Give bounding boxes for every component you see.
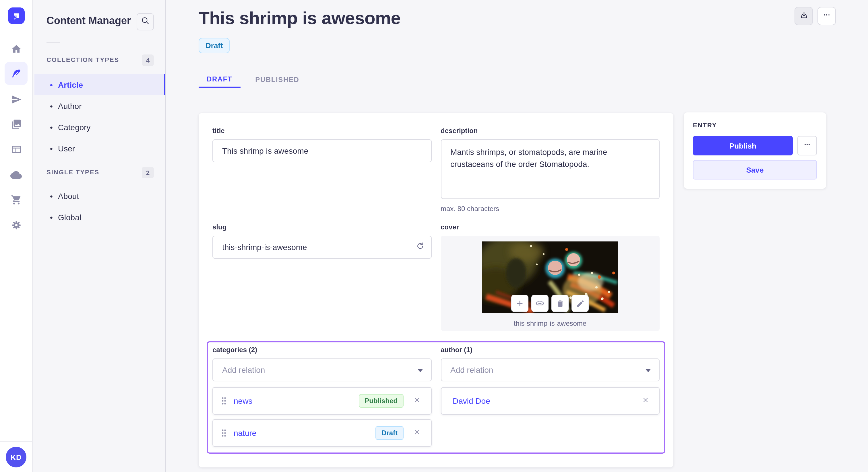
entry-panel-title: ENTRY	[693, 122, 817, 129]
app-window: KD Content Manager COLLECTION TYPES 4 Ar…	[0, 0, 868, 472]
relations-highlight-section: categories (2) Add relation	[207, 341, 665, 453]
nav-content-type-builder-button[interactable]	[5, 138, 28, 161]
gear-icon	[11, 220, 22, 230]
sidebar-item-label: Author	[58, 101, 82, 110]
categories-relation-list: news Published	[212, 387, 431, 447]
sidebar-item-label: User	[58, 144, 75, 153]
relation-link[interactable]: David Doe	[453, 396, 490, 405]
slug-input[interactable]	[212, 236, 431, 259]
pencil-icon	[576, 299, 585, 308]
nav-deploy-button[interactable]	[5, 164, 28, 187]
sidebar-item-label: Article	[58, 80, 83, 89]
description-hint: max. 80 characters	[441, 205, 660, 213]
draft-status-pill: Draft	[376, 426, 403, 440]
edit-form-card: title description Mantis shrimps, or sto…	[198, 113, 673, 467]
more-options-icon	[822, 10, 831, 22]
title-label: title	[212, 127, 431, 135]
entry-more-options-button[interactable]	[797, 136, 817, 156]
sidebar-item-label: Global	[58, 212, 81, 222]
relation-row-news: news Published	[212, 387, 431, 415]
slug-label: slug	[212, 223, 431, 231]
sidebar-item-article[interactable]: Article	[34, 74, 165, 95]
nav-content-manager-button[interactable]	[5, 62, 28, 85]
cover-toolbar	[512, 295, 589, 312]
tab-published[interactable]: PUBLISHED	[247, 71, 307, 88]
close-icon	[413, 396, 421, 406]
edit-asset-button[interactable]	[572, 295, 589, 312]
cloud-icon	[10, 169, 22, 181]
more-options-button[interactable]	[817, 7, 836, 25]
sidebar-item-about[interactable]: About	[34, 185, 165, 206]
cover-asset-card: this-shrimp-is-awesome	[441, 236, 660, 331]
chevron-down-icon	[417, 369, 423, 372]
nav-home-button[interactable]	[5, 37, 28, 60]
cart-icon	[11, 194, 22, 205]
sidebar-divider	[46, 42, 60, 43]
strapi-logo-icon	[8, 7, 25, 24]
relation-link[interactable]: news	[234, 396, 252, 405]
sidebar-item-global[interactable]: Global	[34, 206, 165, 228]
sidebar-item-user[interactable]: User	[34, 138, 165, 159]
paper-plane-icon	[11, 94, 22, 105]
remove-relation-button[interactable]	[411, 427, 423, 439]
nav-settings-button[interactable]	[5, 213, 28, 236]
main-content: This shrimp is awesome Draft DRAFT PUBLI…	[166, 0, 868, 472]
home-icon	[11, 43, 22, 54]
description-input[interactable]: Mantis shrimps, or stomatopods, are mari…	[441, 139, 660, 199]
chevron-down-icon	[645, 369, 651, 372]
delete-asset-button[interactable]	[552, 295, 569, 312]
close-icon	[642, 396, 649, 406]
nav-media-library-button[interactable]	[5, 112, 28, 135]
cover-image	[482, 241, 619, 313]
title-field: title	[212, 127, 431, 213]
icon-rail: KD	[0, 0, 33, 472]
search-button[interactable]	[136, 13, 154, 30]
media-library-icon	[11, 119, 22, 129]
tab-draft[interactable]: DRAFT	[198, 71, 240, 88]
collection-types-count-badge: 4	[142, 55, 154, 66]
nav-releases-button[interactable]	[5, 88, 28, 111]
remove-relation-button[interactable]	[640, 395, 651, 407]
nav-marketplace-button[interactable]	[5, 188, 28, 211]
author-label: author (1)	[441, 346, 660, 354]
entry-panel: ENTRY Publish Save	[684, 112, 826, 189]
categories-label: categories (2)	[212, 346, 431, 354]
search-icon	[141, 16, 150, 28]
slug-field: slug	[212, 223, 431, 331]
categories-add-relation-select[interactable]: Add relation	[212, 359, 431, 381]
publish-button[interactable]: Publish	[693, 136, 793, 156]
regenerate-slug-button[interactable]	[411, 238, 429, 256]
feather-pen-icon	[11, 68, 22, 79]
download-icon	[799, 10, 809, 22]
plus-icon	[516, 299, 525, 308]
save-button[interactable]: Save	[693, 160, 817, 179]
status-badge: Draft	[198, 38, 230, 53]
drag-handle-icon[interactable]	[221, 429, 227, 438]
title-input[interactable]	[212, 139, 431, 162]
single-types-count-badge: 2	[142, 167, 154, 178]
add-relation-placeholder: Add relation	[451, 365, 493, 374]
cover-caption: this-shrimp-is-awesome	[441, 319, 660, 328]
avatar[interactable]: KD	[6, 447, 26, 467]
more-options-icon	[803, 140, 811, 151]
categories-field: categories (2) Add relation	[212, 346, 431, 447]
tab-bar: DRAFT PUBLISHED	[198, 71, 314, 88]
cover-field: cover	[441, 223, 660, 331]
download-button[interactable]	[795, 7, 813, 25]
layout-icon	[11, 144, 22, 155]
remove-relation-button[interactable]	[411, 395, 423, 407]
add-relation-placeholder: Add relation	[222, 365, 265, 374]
drag-handle-icon[interactable]	[221, 396, 227, 405]
author-add-relation-select[interactable]: Add relation	[441, 359, 660, 381]
page-title: This shrimp is awesome	[198, 8, 401, 29]
relation-row-nature: nature Draft	[212, 419, 431, 447]
copy-link-button[interactable]	[532, 295, 549, 312]
add-asset-button[interactable]	[512, 295, 529, 312]
link-icon	[536, 299, 545, 308]
sidebar-item-category[interactable]: Category	[34, 116, 165, 138]
sidebar-item-author[interactable]: Author	[34, 95, 165, 116]
description-label: description	[441, 127, 660, 135]
trash-icon	[556, 299, 565, 308]
relation-link[interactable]: nature	[234, 429, 256, 438]
close-icon	[413, 428, 421, 438]
